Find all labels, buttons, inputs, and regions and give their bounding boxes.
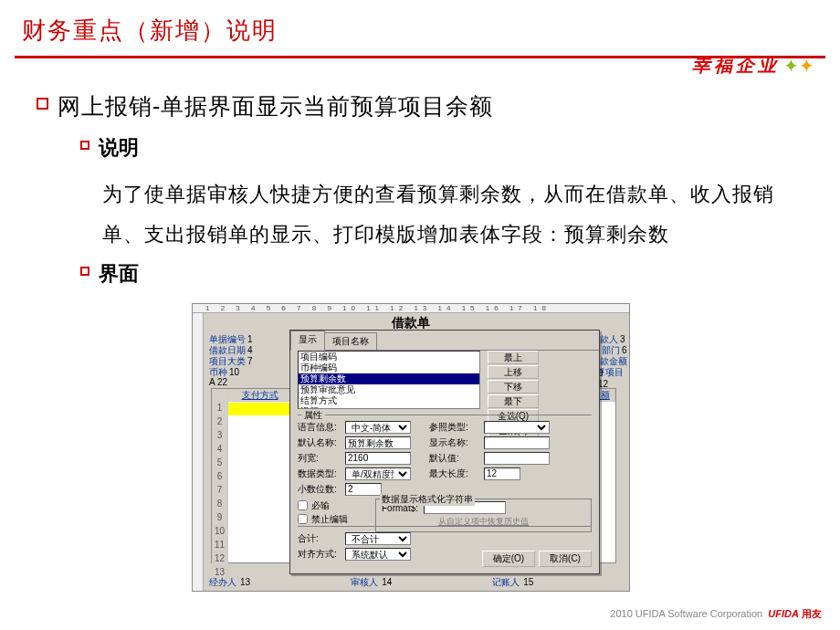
lang-label: 语言信息: [298, 421, 345, 434]
slide-title: 财务重点（新增）说明 [0, 0, 840, 47]
copyright-text: 2010 UFIDA Software Corporation [610, 608, 762, 619]
grid-row-number[interactable]: 9 [212, 512, 228, 526]
btn-bottom[interactable]: 最下 [488, 394, 539, 408]
field-listbox[interactable]: 项目编码 币种编码 预算剩余数 预算审批意见 结算方式 退额 [298, 351, 480, 409]
sign-operator: 经办人13 [209, 576, 250, 589]
maxlen-label: 最大长度: [429, 467, 484, 480]
field-a22: A 22 [209, 377, 227, 387]
dtype-label: 数据类型: [298, 467, 345, 480]
field-settings-dialog: 显示 项目名称 项目编码 币种编码 预算剩余数 预算审批意见 结算方式 退额 最… [289, 330, 600, 574]
grid-row-number[interactable]: 8 [212, 499, 228, 512]
bullet-level2-label: 说明 [99, 134, 139, 162]
ok-button[interactable]: 确定(O) [482, 551, 535, 567]
grid-row-number[interactable] [212, 389, 228, 403]
grid-row-number[interactable]: 4 [212, 444, 228, 457]
corp-logo-icon: ✦✦ [783, 55, 814, 77]
corp-logo: 幸福企业 ✦✦ [692, 53, 814, 78]
sign-auditor: 审核人14 [351, 576, 392, 589]
sum-select[interactable]: 不合计 [345, 532, 411, 545]
bullet-level1-text: 网上报销-单据界面显示当前预算项目余额 [58, 91, 493, 121]
grid-cell-highlight[interactable] [228, 403, 292, 415]
grid-row-number[interactable]: 3 [212, 430, 228, 444]
list-item[interactable]: 币种编码 [299, 362, 479, 373]
defval-input[interactable] [484, 452, 550, 465]
sign-booker: 记账人15 [492, 576, 533, 589]
bullet-level2-shuoming: 说明 [80, 134, 840, 162]
dec-input[interactable] [345, 483, 382, 496]
fmt-group-label: 数据显示格式化字符串 [380, 493, 475, 506]
property-group: 属性 语言信息: 中文-简体 参照类型: 默认名称: 预算剩余数 显示名称: 列… [298, 415, 592, 532]
ref-select[interactable] [484, 421, 550, 434]
brand-cn: 用友 [802, 608, 822, 619]
bullet-level2-jiemian: 界面 [80, 260, 840, 288]
list-item[interactable]: 预算剩余数 [299, 373, 479, 384]
list-item[interactable]: 退额 [299, 406, 479, 409]
grid-header-col1[interactable]: 支付方式 [228, 389, 292, 402]
description-text: 为了使单据审核人快捷方便的查看预算剩余数，从而在借款单、收入报销单、支出报销单的… [102, 174, 785, 255]
grid-row-number[interactable]: 5 [212, 457, 228, 471]
tab-itemname[interactable]: 项目名称 [324, 332, 377, 350]
grid-row-number[interactable]: 1 [212, 403, 228, 416]
corp-logo-text: 幸福企业 [692, 53, 780, 78]
square-bullet-small-icon [80, 141, 89, 150]
group-label-attrs: 属性 [301, 409, 325, 422]
grid-row-number[interactable]: 2 [212, 416, 228, 430]
tab-display[interactable]: 显示 [290, 331, 325, 351]
btn-down[interactable]: 下移 [488, 380, 539, 394]
grid-row-number[interactable]: 12 [212, 553, 228, 567]
list-item[interactable]: 结算方式 [299, 395, 479, 406]
vertical-ruler [193, 313, 204, 591]
dialog-action-buttons: 确定(O) 取消(C) [482, 551, 592, 568]
width-input[interactable] [345, 452, 411, 465]
bullet-level2-label: 界面 [99, 260, 139, 288]
brand-en: UFIDA [768, 608, 799, 619]
grid-row-number[interactable]: 10 [212, 526, 228, 540]
align-select[interactable]: 系统默认 [345, 548, 411, 561]
list-item[interactable]: 项目编码 [299, 352, 479, 362]
sum-label: 合计: [298, 532, 345, 545]
chk-required[interactable] [298, 500, 308, 510]
page-footer: 2010 UFIDA Software Corporation UFIDA 用友 [610, 607, 822, 621]
btn-up[interactable]: 上移 [488, 365, 539, 379]
maxlen-input[interactable] [484, 467, 520, 480]
align-label: 对齐方式: [298, 548, 345, 561]
chk-readonly[interactable] [298, 514, 308, 524]
square-bullet-small-icon [80, 267, 89, 276]
ref-label: 参照类型: [429, 421, 484, 434]
dtype-select[interactable]: 单/双精度型 [345, 467, 411, 480]
list-item[interactable]: 预算审批意见 [299, 384, 479, 395]
cancel-button[interactable]: 取消(C) [539, 551, 592, 567]
grid-row-number[interactable]: 6 [212, 471, 228, 485]
defval-label: 默认值: [429, 452, 484, 465]
square-bullet-icon [37, 98, 48, 110]
dispname-label: 显示名称: [429, 436, 484, 449]
grid-row-number[interactable]: 11 [212, 540, 228, 553]
doc-sign-row: 经办人13 审核人14 记账人15 [209, 576, 625, 589]
defname-label: 默认名称: [298, 436, 345, 449]
width-label: 列宽: [298, 452, 345, 465]
lang-select[interactable]: 中文-简体 [345, 421, 411, 434]
horizontal-ruler: 1 2 3 4 5 6 7 8 9 10 11 12 13 14 15 16 1… [193, 304, 629, 313]
dec-label: 小数位数: [298, 483, 345, 496]
field-item: 算项目12 [596, 366, 629, 389]
bullet-level1: 网上报销-单据界面显示当前预算项目余额 [37, 91, 840, 121]
btn-top[interactable]: 最上 [488, 351, 539, 364]
dialog-tabs: 显示 项目名称 [290, 331, 599, 351]
chk-required-label: 必输 [311, 499, 330, 512]
app-screenshot: 1 2 3 4 5 6 7 8 9 10 11 12 13 14 15 16 1… [192, 303, 630, 592]
grid-row-number[interactable]: 7 [212, 485, 228, 499]
dispname-input[interactable] [484, 436, 550, 449]
defname-field: 预算剩余数 [345, 436, 411, 449]
chk-readonly-label: 禁止编辑 [311, 513, 348, 526]
